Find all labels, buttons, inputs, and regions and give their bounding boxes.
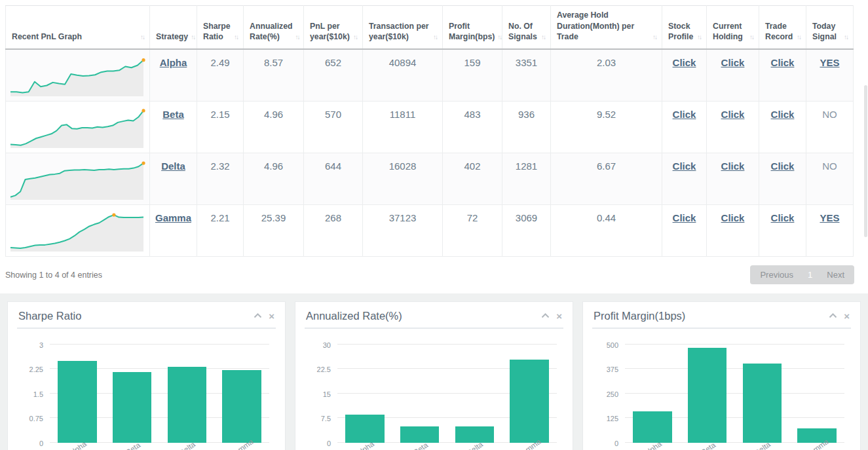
bar-alpha[interactable] xyxy=(345,415,384,443)
column-header-transaction-per-year[interactable]: Transaction per year($10k)↑↓ xyxy=(363,6,443,49)
bar-alpha[interactable] xyxy=(58,361,96,443)
sort-icon[interactable]: ↑↓ xyxy=(234,33,238,43)
sharpe-ratio-cell: 2.49 xyxy=(197,49,244,102)
column-header-current-holding[interactable]: Current Holding↑↓ xyxy=(707,6,759,49)
pnl-sparkline xyxy=(9,155,147,202)
column-header-avg-hold-duration[interactable]: Average Hold Duration(Month) per Trade↑↓ xyxy=(551,6,662,49)
column-header-strategy[interactable]: Strategy↑↓ xyxy=(150,6,197,49)
recent-pnl-graph-cell xyxy=(6,49,150,102)
column-header-recent-pnl-graph[interactable]: Recent PnL Graph↑↓ xyxy=(6,6,150,49)
strategy-table: Recent PnL Graph↑↓ Strategy↑↓ Sharpe Rat… xyxy=(5,5,854,257)
bar-alpha[interactable] xyxy=(633,411,671,443)
column-header-no-of-signals[interactable]: No. Of Signals↑↓ xyxy=(502,6,551,49)
sort-icon[interactable]: ↑↓ xyxy=(191,33,195,43)
bar-delta[interactable] xyxy=(168,367,206,443)
strategy-cell: Delta xyxy=(150,153,197,204)
transaction-per-year-cell: 16028 xyxy=(363,153,443,204)
current-holding-link[interactable]: Click xyxy=(721,109,745,120)
collapse-panel-icon[interactable] xyxy=(254,313,262,318)
sort-icon[interactable]: ↑↓ xyxy=(353,33,357,43)
current-page-button[interactable]: 1 xyxy=(808,270,812,280)
trade-record-link[interactable]: Click xyxy=(771,57,795,68)
y-axis-tick-label: 0 xyxy=(299,440,331,447)
annualized-rate-bar-chart: 07.51522.530 xyxy=(337,338,557,443)
pnl-sparkline xyxy=(9,52,147,99)
today-signal-link[interactable]: YES xyxy=(820,57,839,68)
close-panel-icon[interactable]: × xyxy=(269,311,274,321)
bar-delta[interactable] xyxy=(455,426,494,443)
column-header-sharpe-ratio[interactable]: Sharpe Ratio↑↓ xyxy=(197,6,244,49)
sort-icon[interactable]: ↑↓ xyxy=(697,33,701,43)
column-header-profit-margin[interactable]: Profit Margin(bps)↑↓ xyxy=(443,6,502,49)
column-header-annualized-rate[interactable]: Annualized Rate(%)↑↓ xyxy=(244,6,304,49)
trade-record-link[interactable]: Click xyxy=(771,160,795,172)
transaction-per-year-cell: 11811 xyxy=(363,101,443,153)
panel-divider xyxy=(17,328,276,329)
chart-panel-annualized-rate: Annualized Rate(%) × 07.51522.530 AlphaB… xyxy=(295,301,573,450)
chart-x-labels: AlphaBetaDeltaGamma xyxy=(625,443,844,450)
y-axis-tick-label: 3 xyxy=(12,341,43,349)
x-axis-category-label: Beta xyxy=(124,441,142,450)
table-row: Beta2.154.96570118114839369.52ClickClick… xyxy=(6,101,854,153)
sort-icon[interactable]: ↑↓ xyxy=(749,33,753,43)
close-panel-icon[interactable]: × xyxy=(556,311,562,321)
previous-page-button[interactable]: Previous xyxy=(760,270,793,280)
avg-hold-duration-cell: 6.67 xyxy=(551,153,662,204)
sort-icon[interactable]: ↑↓ xyxy=(541,33,545,43)
sharpe-ratio-bar-chart: 00.751.52.253 xyxy=(50,338,269,443)
y-axis-tick-label: 0.75 xyxy=(12,415,43,422)
pnl-per-year-cell: 644 xyxy=(304,153,363,204)
bar-gamma[interactable] xyxy=(222,370,261,443)
trade-record-link[interactable]: Click xyxy=(771,212,795,223)
bar-gamma[interactable] xyxy=(797,428,836,443)
column-header-trade-record[interactable]: Trade Record↑↓ xyxy=(759,6,806,49)
y-axis-tick-label: 7.5 xyxy=(299,415,331,422)
stock-profile-link[interactable]: Click xyxy=(673,212,696,223)
next-page-button[interactable]: Next xyxy=(827,270,844,280)
strategy-table-body: Alpha2.498.576524089415933512.03ClickCli… xyxy=(6,49,854,257)
stock-profile-link[interactable]: Click xyxy=(673,109,696,120)
current-holding-link[interactable]: Click xyxy=(721,57,745,68)
sort-icon[interactable]: ↑↓ xyxy=(497,33,501,43)
collapse-panel-icon[interactable] xyxy=(829,313,837,318)
today-signal-link[interactable]: YES xyxy=(820,212,839,223)
no-of-signals-cell: 936 xyxy=(502,101,551,153)
stock-profile-link[interactable]: Click xyxy=(673,57,696,68)
close-panel-icon[interactable]: × xyxy=(844,311,850,321)
bar-beta[interactable] xyxy=(688,348,726,443)
sort-icon[interactable]: ↑↓ xyxy=(652,33,656,43)
panel-divider xyxy=(305,328,563,329)
bar-beta[interactable] xyxy=(400,426,439,443)
strategy-cell: Gamma xyxy=(150,204,197,256)
sort-icon[interactable]: ↑↓ xyxy=(844,33,848,43)
current-holding-link-cell: Click xyxy=(707,204,759,256)
current-holding-link[interactable]: Click xyxy=(721,160,745,172)
stock-profile-link[interactable]: Click xyxy=(673,160,696,172)
bar-delta[interactable] xyxy=(743,364,782,443)
stock-profile-link-cell: Click xyxy=(662,153,707,204)
scrollbar[interactable] xyxy=(864,85,867,237)
recent-pnl-graph-cell xyxy=(6,153,150,204)
strategy-link[interactable]: Alpha xyxy=(160,57,187,68)
strategy-link[interactable]: Beta xyxy=(162,109,184,120)
sort-icon[interactable]: ↑↓ xyxy=(797,33,801,43)
trade-record-link[interactable]: Click xyxy=(771,109,795,120)
column-header-stock-profile[interactable]: Stock Profile↑↓ xyxy=(662,6,707,49)
current-holding-link[interactable]: Click xyxy=(721,212,745,223)
strategy-link[interactable]: Gamma xyxy=(155,212,191,223)
sort-icon[interactable]: ↑↓ xyxy=(295,33,299,43)
sort-icon[interactable]: ↑↓ xyxy=(140,33,144,43)
charts-section: Sharpe Ratio × 00.751.52.253 AlphaBetaDe… xyxy=(0,293,868,450)
bar-gamma[interactable] xyxy=(510,360,548,443)
annualized-rate-cell: 4.96 xyxy=(244,101,304,153)
column-header-today-signal[interactable]: Today Signal↑↓ xyxy=(806,6,854,49)
bar-beta[interactable] xyxy=(113,372,151,443)
no-of-signals-cell: 3069 xyxy=(502,204,551,256)
strategy-link[interactable]: Delta xyxy=(161,160,185,172)
column-header-pnl-per-year[interactable]: PnL per year($10k)↑↓ xyxy=(304,6,363,49)
collapse-panel-icon[interactable] xyxy=(541,313,550,318)
sort-icon[interactable]: ↑↓ xyxy=(433,33,437,43)
strategy-table-section: Recent PnL Graph↑↓ Strategy↑↓ Sharpe Rat… xyxy=(0,0,868,293)
pnl-per-year-cell: 570 xyxy=(304,101,363,153)
no-of-signals-cell: 3351 xyxy=(502,49,551,102)
